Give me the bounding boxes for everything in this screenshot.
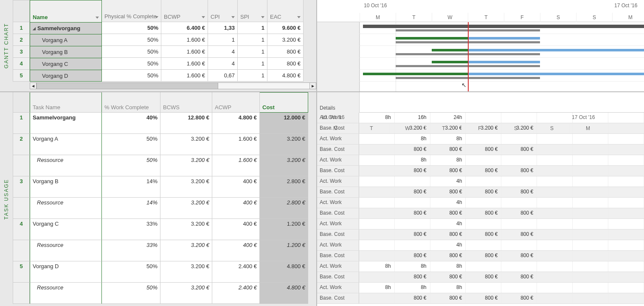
acwp-cell[interactable]: 400 €: [212, 176, 260, 198]
cost-cell[interactable]: 3.200 €: [260, 134, 308, 155]
timephased-cell[interactable]: 800 €: [395, 208, 430, 218]
usage-data-row[interactable]: Ressource14%3.200 €400 €2.800 €: [13, 198, 316, 219]
timephased-row[interactable]: Act. Work8h8h8h: [317, 283, 644, 293]
timephased-cell[interactable]: [466, 113, 501, 123]
cost-cell[interactable]: 4.800 €: [260, 283, 308, 304]
collapse-icon[interactable]: ◢: [33, 26, 36, 31]
timephased-cell[interactable]: [466, 176, 501, 187]
timephased-cell[interactable]: [573, 230, 608, 240]
task-name-cell[interactable]: Vorgang A: [30, 134, 102, 155]
timephased-cell[interactable]: [466, 240, 501, 250]
row-number[interactable]: 3: [13, 46, 30, 58]
timephased-cell[interactable]: [573, 144, 608, 155]
col-spi[interactable]: SPI: [238, 0, 267, 22]
timephased-cell[interactable]: [573, 283, 608, 293]
timephased-cell[interactable]: [537, 251, 573, 261]
timephased-cell[interactable]: 4h: [430, 198, 466, 208]
timephased-cell[interactable]: 800 €: [430, 144, 466, 155]
timephased-cell[interactable]: 800 €: [501, 144, 537, 155]
horizontal-scrollbar[interactable]: ◀ ▶: [30, 82, 316, 89]
row-number[interactable]: [13, 240, 30, 261]
task-name-cell[interactable]: Sammelvorgang: [30, 113, 102, 134]
timephased-cell[interactable]: 800 €: [466, 230, 501, 240]
task-name-cell[interactable]: Ressource: [30, 198, 102, 219]
task-name-cell[interactable]: Vorgang A: [30, 34, 102, 46]
usage-data-row[interactable]: Ressource50%3.200 €2.400 €4.800 €: [13, 283, 316, 304]
timephased-cell[interactable]: [608, 208, 644, 218]
row-number[interactable]: 5: [13, 70, 30, 82]
usage-data-row[interactable]: Ressource33%3.200 €400 €1.200 €: [13, 240, 316, 261]
timephased-cell[interactable]: 800 €: [395, 272, 430, 282]
task-name-cell[interactable]: Vorgang D: [30, 70, 102, 82]
timephased-cell[interactable]: 800 €: [430, 187, 466, 197]
timephased-cell[interactable]: [501, 198, 537, 208]
task-name-cell[interactable]: Vorgang D: [30, 261, 102, 283]
timephased-cell[interactable]: [573, 187, 608, 197]
bcwp-cell[interactable]: 1.600 €: [161, 46, 208, 58]
timephased-cell[interactable]: [466, 134, 501, 144]
timephased-cell[interactable]: [573, 155, 608, 165]
timephased-cell[interactable]: [501, 134, 537, 144]
timephased-cell[interactable]: 800 €: [501, 166, 537, 176]
timephased-cell[interactable]: [501, 283, 537, 293]
timephased-row[interactable]: Act. Work8h8h: [317, 155, 644, 166]
eac-cell[interactable]: 4.800 €: [267, 70, 304, 82]
timephased-cell[interactable]: 24h: [430, 113, 466, 123]
timephased-cell[interactable]: 8h: [430, 283, 466, 293]
timephased-cell[interactable]: 4h: [430, 240, 466, 250]
pwc-cell[interactable]: 40%: [102, 113, 160, 134]
timephased-cell[interactable]: 800 €: [466, 166, 501, 176]
cost-cell[interactable]: 2.800 €: [260, 198, 308, 219]
timephased-cell[interactable]: [395, 198, 430, 208]
timephased-cell[interactable]: [537, 272, 573, 282]
timephased-cell[interactable]: [573, 166, 608, 176]
timephased-cell[interactable]: [608, 240, 644, 250]
timephased-cell[interactable]: [359, 293, 395, 303]
cpi-cell[interactable]: 0,67: [208, 70, 238, 82]
timephased-cell[interactable]: 800 €: [395, 187, 430, 197]
timephased-cell[interactable]: [537, 176, 573, 187]
timephased-cell[interactable]: [573, 261, 608, 272]
acwp-cell[interactable]: 1.600 €: [212, 134, 260, 155]
timephased-cell[interactable]: [608, 144, 644, 155]
cpi-cell[interactable]: 1: [208, 34, 238, 46]
eac-cell[interactable]: 3.200 €: [267, 34, 304, 46]
cost-cell[interactable]: 12.000 €: [260, 113, 308, 134]
cost-cell[interactable]: 1.200 €: [260, 219, 308, 240]
timephased-cell[interactable]: [608, 272, 644, 282]
timephased-cell[interactable]: [466, 261, 501, 272]
dropdown-icon[interactable]: [155, 16, 158, 18]
usage-data-row[interactable]: 1Sammelvorgang40%12.800 €4.800 €12.000 €: [13, 113, 316, 134]
timephased-cell[interactable]: 800 €: [501, 208, 537, 218]
acwp-cell[interactable]: 4.800 €: [212, 113, 260, 134]
usage-data-row[interactable]: 5Vorgang D50%3.200 €2.400 €4.800 €: [13, 261, 316, 283]
timephased-cell[interactable]: [608, 134, 644, 144]
timephased-cell[interactable]: [501, 261, 537, 272]
timephased-cell[interactable]: [608, 187, 644, 197]
timephased-cell[interactable]: 800 €: [466, 293, 501, 303]
spi-cell[interactable]: 1: [238, 34, 267, 46]
usage-data-row[interactable]: 4Vorgang C33%3.200 €400 €1.200 €: [13, 219, 316, 240]
pwc-cell[interactable]: 33%: [102, 219, 160, 240]
cpi-cell[interactable]: 4: [208, 46, 238, 58]
pwc-cell[interactable]: 50%: [102, 134, 160, 155]
row-number[interactable]: 1: [13, 22, 30, 34]
usage-data-row[interactable]: 2Vorgang A50%3.200 €1.600 €3.200 €: [13, 134, 316, 155]
timephased-grid[interactable]: Details 10 Oct '16 17 Oct '16 MTWTFSSM A…: [316, 92, 644, 306]
row-number[interactable]: [13, 283, 30, 304]
timephased-cell[interactable]: [501, 176, 537, 187]
timephased-cell[interactable]: 800 €: [501, 293, 537, 303]
timephased-cell[interactable]: [466, 283, 501, 293]
task-name-cell[interactable]: Vorgang C: [30, 219, 102, 240]
timephased-row[interactable]: Base. Cost800 €800 €800 €800 €: [317, 144, 644, 155]
col-cpi[interactable]: CPI: [208, 0, 238, 22]
bcws-cell[interactable]: 12.800 €: [160, 113, 212, 134]
acwp-cell[interactable]: 400 €: [212, 219, 260, 240]
task-name-cell[interactable]: Vorgang C: [30, 58, 102, 70]
usage-tab-label[interactable]: TASK USAGE: [0, 92, 13, 306]
usage-data-row[interactable]: Ressource50%3.200 €1.600 €3.200 €: [13, 155, 316, 176]
timephased-cell[interactable]: [537, 208, 573, 218]
timephased-cell[interactable]: [359, 166, 395, 176]
timephased-cell[interactable]: 800 €: [501, 272, 537, 282]
timephased-row[interactable]: Act. Work8h16h24h: [317, 113, 644, 123]
